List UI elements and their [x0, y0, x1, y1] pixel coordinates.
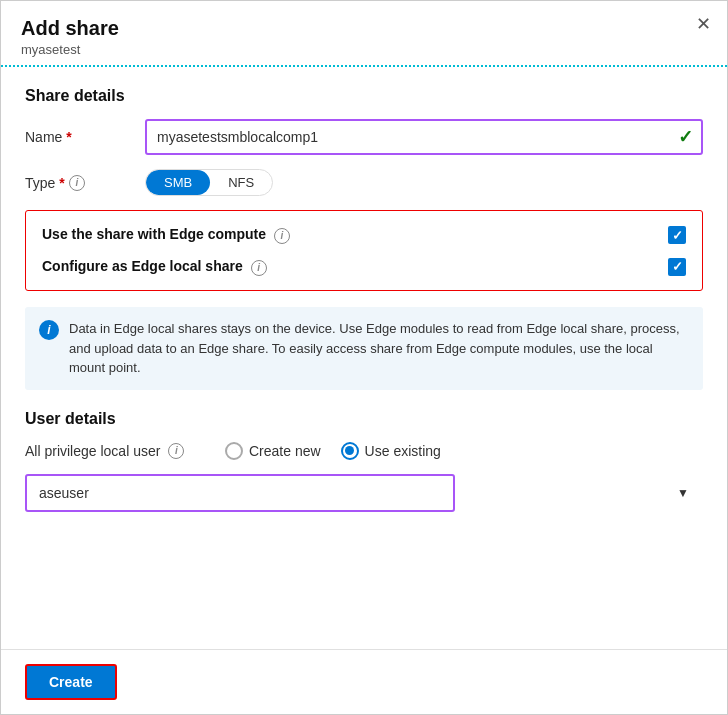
dialog-header: Add share myasetest ✕: [1, 1, 727, 67]
edge-local-label: Configure as Edge local share i: [42, 257, 656, 277]
edge-compute-box: Use the share with Edge compute i ✓ Conf…: [25, 210, 703, 291]
name-label: Name *: [25, 129, 145, 145]
edge-local-row: Configure as Edge local share i ✓: [42, 257, 686, 277]
nfs-toggle[interactable]: NFS: [210, 170, 272, 195]
dialog-footer: Create: [1, 649, 727, 714]
use-existing-label: Use existing: [365, 443, 441, 459]
edge-local-checkbox[interactable]: ✓: [668, 258, 686, 276]
info-box-icon: i: [39, 320, 59, 340]
edge-compute-row: Use the share with Edge compute i ✓: [42, 225, 686, 245]
use-existing-option[interactable]: Use existing: [341, 442, 441, 460]
create-new-label: Create new: [249, 443, 321, 459]
smb-toggle[interactable]: SMB: [146, 170, 210, 195]
privilege-info-icon[interactable]: i: [168, 443, 184, 459]
edge-compute-info-icon[interactable]: i: [274, 228, 290, 244]
edge-compute-check-icon: ✓: [672, 228, 683, 243]
info-box: i Data in Edge local shares stays on the…: [25, 307, 703, 390]
type-toggle-group: SMB NFS: [145, 169, 273, 196]
user-details-title: User details: [25, 410, 703, 428]
dialog-body: Share details Name * ✓ Type * i SMB NFS: [1, 67, 727, 649]
name-input[interactable]: [157, 129, 672, 145]
edge-compute-checkbox-wrapper: ✓: [668, 226, 686, 244]
required-indicator: *: [66, 129, 71, 145]
name-row: Name * ✓: [25, 119, 703, 155]
radio-dot: [345, 446, 354, 455]
privilege-user-label: All privilege local user i: [25, 443, 225, 459]
edge-compute-checkbox[interactable]: ✓: [668, 226, 686, 244]
create-new-radio[interactable]: [225, 442, 243, 460]
radio-group: Create new Use existing: [225, 442, 441, 460]
edge-local-checkbox-wrapper: ✓: [668, 258, 686, 276]
share-details-title: Share details: [25, 87, 703, 105]
user-select[interactable]: aseuser admin user1: [25, 474, 455, 512]
edge-local-check-icon: ✓: [672, 259, 683, 274]
select-arrow-icon: ▼: [677, 486, 689, 500]
type-label: Type * i: [25, 175, 145, 191]
add-share-dialog: Add share myasetest ✕ Share details Name…: [0, 0, 728, 715]
edge-local-info-icon[interactable]: i: [251, 260, 267, 276]
type-row: Type * i SMB NFS: [25, 169, 703, 196]
valid-checkmark: ✓: [678, 126, 693, 148]
info-box-text: Data in Edge local shares stays on the d…: [69, 319, 689, 378]
type-required-indicator: *: [59, 175, 64, 191]
close-button[interactable]: ✕: [696, 15, 711, 33]
privilege-user-row: All privilege local user i Create new Us…: [25, 442, 703, 460]
type-info-icon[interactable]: i: [69, 175, 85, 191]
dialog-subtitle: myasetest: [21, 42, 707, 57]
use-existing-radio[interactable]: [341, 442, 359, 460]
create-new-option[interactable]: Create new: [225, 442, 321, 460]
user-select-wrapper: aseuser admin user1 ▼: [25, 474, 703, 512]
create-button[interactable]: Create: [25, 664, 117, 700]
name-input-wrapper[interactable]: ✓: [145, 119, 703, 155]
edge-compute-label: Use the share with Edge compute i: [42, 225, 656, 245]
dialog-title: Add share: [21, 17, 707, 40]
